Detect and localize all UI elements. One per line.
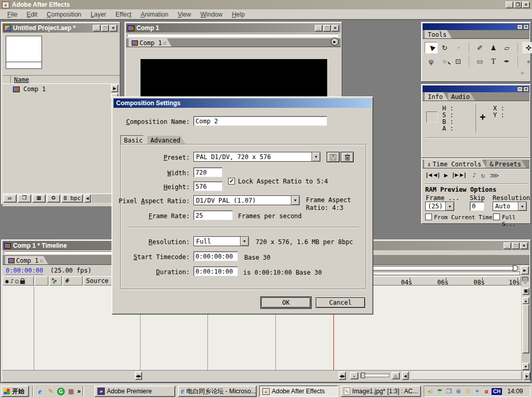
av-features-column[interactable]: ◉ ♪ ○	[3, 276, 34, 286]
app-titlebar[interactable]: ▲ Adobe After Effects _ ❐ ×	[0, 0, 532, 9]
dropdown-arrow-icon[interactable]: ▼	[312, 152, 320, 161]
dialog-titlebar[interactable]: Composition Settings	[114, 98, 371, 108]
brush-tool[interactable]: ✐	[473, 42, 486, 53]
tab-tools[interactable]: Tools	[425, 30, 452, 38]
hscroll-left-icon[interactable]: ◀	[84, 194, 91, 203]
tab-audio[interactable]: Audio	[448, 93, 475, 101]
hscroll-track[interactable]	[409, 372, 524, 380]
scroll-thumb[interactable]	[522, 304, 529, 353]
dropdown-arrow-icon[interactable]: ▼	[445, 202, 454, 210]
frame-select[interactable]: (25)▼	[425, 202, 454, 211]
skip-field[interactable]: 0	[470, 202, 484, 211]
next-frame-button[interactable]: |▶	[452, 172, 458, 179]
menu-layer[interactable]: Layer	[87, 10, 110, 19]
zoom-slider-thumb[interactable]	[361, 373, 365, 378]
bpc-button[interactable]: 8 bpc	[61, 194, 83, 203]
minimize-icon[interactable]: −	[517, 87, 523, 92]
tab-basic[interactable]: Basic	[120, 135, 148, 145]
mask-rectangle-tool[interactable]: ▭	[473, 55, 486, 67]
pan-behind-tool[interactable]: ➢	[516, 68, 529, 77]
dropdown-arrow-icon[interactable]: ▼	[240, 237, 248, 246]
name-column-header[interactable]: Name	[14, 76, 29, 83]
getright-icon[interactable]: G	[57, 388, 65, 395]
zoom-tool[interactable]: ○	[438, 55, 451, 67]
timeline-flyout-button[interactable]: ▶	[521, 266, 529, 275]
task-ie-forum[interactable]: e 电白同乡论坛 - Microso...	[178, 386, 257, 397]
current-timecode[interactable]: 0:00:00:00	[6, 267, 43, 275]
selection-tool[interactable]: ▶	[425, 42, 438, 53]
zoom-out-icon[interactable]: ▵	[350, 372, 358, 379]
tab-info[interactable]: Info	[425, 92, 448, 101]
lock-icon[interactable]	[20, 280, 25, 284]
sphere-tool[interactable]: ●	[522, 55, 532, 67]
eye-icon[interactable]: ◉	[5, 278, 9, 285]
maximize-icon[interactable]: □	[512, 243, 520, 249]
solo-icon[interactable]: ○	[15, 278, 19, 285]
internet-explorer-icon[interactable]: e	[35, 387, 45, 396]
task-acdsee-image[interactable]: ✎ Image1.jpg* [1:3] : AC...	[341, 386, 421, 397]
clone-stamp-tool[interactable]: ♟	[487, 42, 500, 53]
trash-icon[interactable]: ♻	[47, 194, 60, 203]
tab-close-box[interactable]: ◻	[163, 40, 166, 46]
column-divider[interactable]	[34, 286, 34, 370]
task-after-effects-active[interactable]: ▲ Adobe After Effects	[259, 386, 338, 397]
resolution-select[interactable]: Auto▼	[493, 202, 527, 211]
menu-window[interactable]: Window	[196, 10, 227, 19]
project-titlebar[interactable]: Untitled Project.aep * _ □ ×	[3, 23, 119, 33]
previous-frame-button[interactable]: ◀|	[433, 172, 440, 179]
task-adobe-premiere[interactable]: ▰ Adobe Premiere	[94, 386, 175, 397]
tools-titlebar[interactable]: − ×	[423, 23, 529, 30]
volume-icon[interactable]: ◀)	[426, 387, 435, 395]
text-tool[interactable]: T	[487, 55, 500, 67]
menu-composition[interactable]: Composition	[43, 10, 86, 19]
pen-tool[interactable]: ✒	[500, 55, 513, 67]
menu-effect[interactable]: Effect	[111, 10, 135, 19]
zoom-slider[interactable]	[360, 374, 389, 377]
cancel-button[interactable]: Cancel	[316, 297, 365, 308]
panel-splitter[interactable]: ◀▶	[135, 372, 142, 380]
find-icon[interactable]: ∞	[3, 194, 17, 203]
dropdown-arrow-icon[interactable]: ▼	[291, 196, 299, 205]
height-field[interactable]	[193, 181, 222, 191]
play-button[interactable]: ▶	[444, 172, 448, 179]
composition-name-field[interactable]	[193, 116, 327, 126]
tab-advanced[interactable]: Advanced	[147, 136, 186, 145]
menu-edit[interactable]: Edit	[22, 10, 41, 19]
ime-indicator[interactable]: CH	[492, 388, 502, 395]
orbit-camera-tool[interactable]: ◔	[452, 42, 465, 53]
maximize-icon[interactable]: □	[323, 25, 331, 32]
chevrons-icon[interactable]: »	[77, 388, 81, 395]
network-icon[interactable]: ❒	[445, 387, 453, 395]
hscroll-left-icon[interactable]: ◀	[402, 372, 409, 380]
umbrella-antivirus-icon[interactable]: ☂	[436, 387, 444, 395]
project-scroll-right[interactable]: ▶	[111, 84, 118, 92]
width-field[interactable]	[193, 167, 222, 177]
resize-grip[interactable]	[524, 375, 529, 380]
notes-icon[interactable]: ✎	[46, 387, 55, 396]
minimize-icon[interactable]: _	[506, 2, 513, 8]
panel-splitter[interactable]: ◀▶	[339, 372, 346, 380]
flowchart-icon[interactable]: ▦	[32, 194, 46, 203]
hscroll-thumb[interactable]	[411, 372, 522, 380]
camera-axis-tool[interactable]: ✜	[522, 42, 532, 53]
v-scrollbar[interactable]: ▲ ▼	[522, 297, 529, 370]
zoom-in-icon[interactable]: △	[391, 372, 400, 379]
label-column[interactable]	[35, 276, 48, 286]
resolution-select[interactable]: Full▼	[193, 236, 249, 246]
folder-icon[interactable]: ❒	[18, 194, 31, 203]
maximize-icon[interactable]: □	[101, 25, 109, 32]
tab-time-controls[interactable]: ⇕ Time Controls	[424, 160, 486, 168]
tab-presets[interactable]: & Presets	[486, 160, 526, 168]
rotation-tool[interactable]: ↻	[438, 42, 451, 53]
ram-preview-button[interactable]: ⋙	[489, 172, 499, 179]
close-icon[interactable]: ×	[331, 25, 339, 32]
messenger-icon[interactable]: ✦	[473, 387, 481, 395]
minimize-icon[interactable]: _	[503, 243, 511, 249]
region-of-interest-tool[interactable]: ⊡	[452, 55, 465, 67]
menu-help[interactable]: Help	[228, 10, 249, 19]
menu-view[interactable]: View	[174, 10, 195, 19]
viewer-menu-button[interactable]: ▶	[331, 38, 339, 46]
navigator-end-cap[interactable]	[513, 265, 518, 271]
menu-file[interactable]: File	[3, 10, 21, 19]
project-item-comp1[interactable]: Comp 1	[3, 84, 111, 94]
